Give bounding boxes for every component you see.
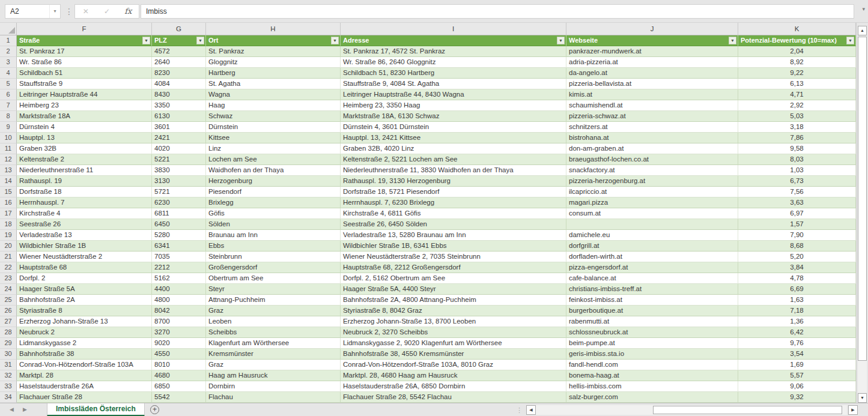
cell-adresse[interactable]: Flachauer Straße 28, 5542 Flachau (341, 392, 566, 403)
cell-bewertung[interactable]: 1,57 (738, 219, 856, 230)
cell-bewertung[interactable]: 1,63 (738, 295, 856, 306)
cell-ort[interactable]: Attnang-Puchheim (206, 295, 341, 306)
cell-bewertung[interactable]: 9,22 (738, 68, 856, 79)
cell-plz[interactable]: 6850 (152, 381, 206, 392)
cell-plz[interactable]: 5542 (152, 392, 206, 403)
cell-ort[interactable]: Gloggnitz (206, 57, 341, 68)
cell-strasse[interactable]: Rathauspl. 19 (17, 176, 152, 187)
cell-ort[interactable]: Leoben (206, 316, 341, 327)
vertical-scrollbar-track[interactable] (858, 36, 867, 393)
cell-ort[interactable]: Wagna (206, 89, 341, 100)
cell-plz[interactable]: 5280 (152, 230, 206, 241)
row-header[interactable]: 19 (0, 230, 17, 241)
cell-plz[interactable]: 2640 (152, 57, 206, 68)
cell-ort[interactable]: Kremsmünster (206, 349, 341, 360)
row-header[interactable]: 18 (0, 219, 17, 230)
row-header[interactable]: 20 (0, 241, 17, 252)
cell-webseite[interactable]: pizza-engersdorf.at (566, 262, 738, 273)
cell-plz[interactable]: 3830 (152, 165, 206, 176)
cell-webseite[interactable]: schaumishendl.at (566, 100, 738, 111)
row-header[interactable]: 13 (0, 165, 17, 176)
cell-ort[interactable]: Haag (206, 100, 341, 111)
cell-ort[interactable]: Braunau am Inn (206, 230, 341, 241)
row-header[interactable]: 3 (0, 57, 17, 68)
cell-strasse[interactable]: Marktpl. 28 (17, 370, 152, 381)
cell-plz[interactable]: 3270 (152, 327, 206, 338)
row-header[interactable]: 23 (0, 273, 17, 284)
confirm-icon[interactable]: ✓ (96, 5, 117, 18)
cell-adresse[interactable]: Haager Straße 5A, 4400 Steyr (341, 284, 566, 295)
horizontal-scrollbar-thumb[interactable] (653, 406, 842, 414)
cell-adresse[interactable]: Leitringer Hauptstraße 44, 8430 Wagna (341, 89, 566, 100)
cell-plz[interactable]: 3350 (152, 100, 206, 111)
cell-webseite[interactable]: ilcapriccio.at (566, 187, 738, 197)
cell-strasse[interactable]: Haager Straße 5A (17, 284, 152, 295)
cell-webseite[interactable]: feinkost-imbiss.at (566, 295, 738, 306)
cell-bewertung[interactable]: 8,68 (738, 241, 856, 252)
cell-strasse[interactable]: Herrnhauspl. 7 (17, 197, 152, 208)
cell-ort[interactable]: Sölden (206, 219, 341, 230)
scrollbar-drag-handle-icon[interactable]: ⋮ (516, 405, 523, 415)
cell-strasse[interactable]: Wildbichler Straße 1B (17, 241, 152, 252)
table-header-cell-adresse[interactable]: Adresse▼ (341, 35, 566, 46)
table-header-cell-bewertung[interactable]: Potenzial-Bewertung (10=max)▼ (738, 35, 856, 46)
cell-adresse[interactable]: Schildbach 51, 8230 Hartberg (341, 68, 566, 79)
cell-ort[interactable]: Hartberg (206, 68, 341, 79)
cell-webseite[interactable]: consum.at (566, 208, 738, 219)
cell-webseite[interactable] (566, 219, 738, 230)
cell-ort[interactable]: Piesendorf (206, 187, 341, 197)
cell-webseite[interactable]: burgerboutique.at (566, 306, 738, 316)
cell-bewertung[interactable]: 2,92 (738, 100, 856, 111)
cell-strasse[interactable]: Lidmanskygasse 2 (17, 338, 152, 349)
cell-webseite[interactable]: cafe-balance.at (566, 273, 738, 284)
cell-bewertung[interactable]: 1,69 (738, 360, 856, 370)
cell-ort[interactable]: Ebbs (206, 241, 341, 252)
cell-plz[interactable]: 5162 (152, 273, 206, 284)
cell-bewertung[interactable]: 6,97 (738, 208, 856, 219)
cell-webseite[interactable]: pizzeria-bellavista.at (566, 79, 738, 89)
cell-adresse[interactable]: Heimberg 23, 3350 Haag (341, 100, 566, 111)
cell-webseite[interactable]: hellis-imbiss.com (566, 381, 738, 392)
cell-ort[interactable]: Steinbrunn (206, 252, 341, 262)
cell-strasse[interactable]: Stauffstraße 9 (17, 79, 152, 89)
cell-bewertung[interactable]: 7,56 (738, 187, 856, 197)
cell-adresse[interactable]: Bahnhofstraße 2A, 4800 Attnang-Puchheim (341, 295, 566, 306)
row-header[interactable]: 31 (0, 360, 17, 370)
cell-adresse[interactable]: Wildbichler Straße 1B, 6341 Ebbs (341, 241, 566, 252)
row-header[interactable]: 33 (0, 381, 17, 392)
cell-bewertung[interactable]: 3,18 (738, 122, 856, 133)
row-header[interactable]: 15 (0, 187, 17, 197)
cell-webseite[interactable]: don-am-graben.at (566, 143, 738, 154)
cell-plz[interactable]: 6230 (152, 197, 206, 208)
cell-webseite[interactable]: pizzeria-schwaz.at (566, 111, 738, 122)
cell-bewertung[interactable]: 9,76 (738, 338, 856, 349)
sheet-tab-active[interactable]: Imbissläden Österreich (47, 403, 145, 416)
cell-ort[interactable]: Herzogenburg (206, 176, 341, 187)
cell-ort[interactable]: St. Agatha (206, 79, 341, 89)
cell-adresse[interactable]: Dorfstraße 18, 5721 Piesendorf (341, 187, 566, 197)
cell-plz[interactable]: 4400 (152, 284, 206, 295)
cell-adresse[interactable]: Seestraße 26, 6450 Sölden (341, 219, 566, 230)
vertical-scrollbar[interactable]: ▲ ▼ (856, 23, 868, 403)
tab-nav-right-icon[interactable]: ▶ (23, 406, 27, 412)
row-header[interactable]: 11 (0, 143, 17, 154)
row-header[interactable]: 1 (0, 35, 17, 46)
cell-strasse[interactable]: Niederleuthnerstraße 11 (17, 165, 152, 176)
cell-strasse[interactable]: Styriastraße 8 (17, 306, 152, 316)
cell-webseite[interactable]: schlossneubruck.at (566, 327, 738, 338)
cell-strasse[interactable]: Wr. Straße 86 (17, 57, 152, 68)
filter-dropdown-button[interactable]: ▼ (196, 37, 204, 44)
cell-bewertung[interactable]: 1,36 (738, 316, 856, 327)
cell-ort[interactable]: Linz (206, 143, 341, 154)
cell-plz[interactable]: 3130 (152, 176, 206, 187)
row-header[interactable]: 7 (0, 100, 17, 111)
cell-bewertung[interactable]: 7,90 (738, 230, 856, 241)
cell-bewertung[interactable]: 2,04 (738, 46, 856, 57)
cell-ort[interactable]: St. Pankraz (206, 46, 341, 57)
row-header[interactable]: 8 (0, 111, 17, 122)
row-header[interactable]: 6 (0, 89, 17, 100)
row-header[interactable]: 4 (0, 68, 17, 79)
cell-ort[interactable]: Haag am Hausruck (206, 370, 341, 381)
cell-plz[interactable]: 6811 (152, 208, 206, 219)
cell-adresse[interactable]: Styriastraße 8, 8042 Graz (341, 306, 566, 316)
